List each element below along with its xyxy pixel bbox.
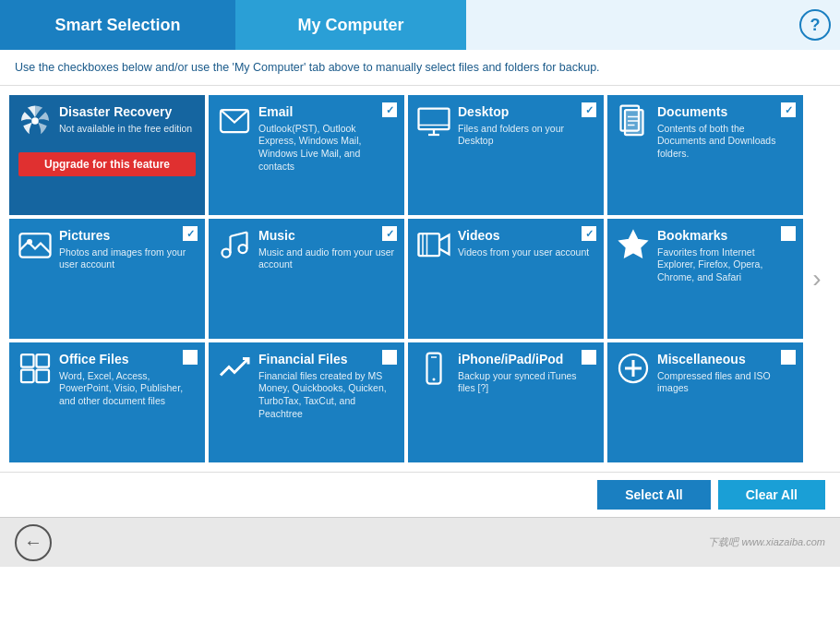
back-button[interactable]: ← — [15, 524, 52, 561]
svg-marker-22 — [619, 231, 647, 258]
footer: ← 下载吧 www.xiazaiba.com — [0, 517, 840, 567]
tile-iphone-desc: Backup your synced iTunes files [?] — [458, 370, 594, 395]
bookmarks-icon — [617, 228, 650, 284]
help-icon: ? — [799, 9, 831, 41]
watermark-text: 下载吧 www.xiazaiba.com — [708, 535, 825, 549]
pictures-icon — [18, 228, 52, 271]
tile-desktop-title: Desktop — [458, 104, 594, 120]
pictures-checkbox[interactable] — [183, 226, 198, 241]
chevron-right-icon[interactable]: › — [803, 95, 831, 462]
tile-documents-desc: Contents of both the Documents and Downl… — [657, 123, 794, 161]
tab-smart-selection[interactable]: Smart Selection — [0, 0, 235, 50]
svg-rect-18 — [419, 234, 440, 256]
tile-email-title: Email — [258, 104, 395, 120]
music-checkbox[interactable] — [382, 226, 397, 241]
tile-bookmarks-title: Bookmarks — [657, 228, 794, 244]
grid-area: Disaster Recovery Not available in the f… — [0, 86, 840, 472]
tile-disaster-title: Disaster Recovery — [59, 104, 196, 120]
tile-music[interactable]: Music Music and audio from your user acc… — [209, 219, 404, 339]
tile-documents-title: Documents — [657, 104, 794, 120]
tile-videos-title: Videos — [458, 228, 594, 244]
misc-checkbox[interactable] — [781, 350, 796, 365]
tile-disaster-recovery[interactable]: Disaster Recovery Not available in the f… — [9, 95, 205, 215]
tile-pictures-title: Pictures — [59, 228, 196, 244]
documents-checkbox[interactable] — [781, 102, 796, 117]
tile-iphone-title: iPhone/iPad/iPod — [458, 352, 594, 367]
tile-music-desc: Music and audio from your user account — [258, 246, 395, 271]
tile-bookmarks[interactable]: Bookmarks Favorites from Internet Explor… — [607, 219, 803, 339]
header: Smart Selection My Computer ? — [0, 0, 840, 50]
svg-rect-23 — [21, 354, 34, 367]
desktop-icon — [417, 104, 450, 148]
tile-misc-desc: Compressed files and ISO images — [657, 370, 794, 395]
bookmarks-checkbox[interactable] — [781, 226, 796, 241]
tile-office-desc: Word, Excel, Access, PowerPoint, Visio, … — [59, 370, 196, 408]
iphone-checkbox[interactable] — [582, 350, 596, 365]
clear-all-button[interactable]: Clear All — [718, 480, 825, 510]
tab-computer-label: My Computer — [297, 16, 403, 35]
tile-financial-files[interactable]: Financial Files Financial files created … — [209, 342, 404, 462]
videos-checkbox[interactable] — [582, 226, 596, 241]
svg-rect-26 — [37, 370, 50, 383]
tile-documents[interactable]: Documents Contents of both the Documents… — [607, 95, 803, 215]
tile-office-files[interactable]: Office Files Word, Excel, Access, PowerP… — [9, 342, 205, 462]
tile-iphone[interactable]: iPhone/iPad/iPod Backup your synced iTun… — [408, 342, 604, 462]
tile-bookmarks-desc: Favorites from Internet Explorer, Firefo… — [657, 246, 794, 284]
instructions-text: Use the checkboxes below and/or use the … — [0, 50, 840, 86]
tile-desktop[interactable]: Desktop Files and folders on your Deskto… — [408, 95, 604, 215]
desktop-checkbox[interactable] — [582, 102, 596, 117]
svg-rect-25 — [21, 370, 34, 383]
tiles-grid: Disaster Recovery Not available in the f… — [9, 95, 803, 462]
email-checkbox[interactable] — [382, 102, 397, 117]
bottom-bar: Select All Clear All — [0, 472, 840, 517]
tab-smart-label: Smart Selection — [54, 16, 180, 35]
tile-desktop-desc: Files and folders on your Desktop — [458, 123, 594, 148]
videos-icon — [417, 228, 450, 269]
upgrade-button[interactable]: Upgrade for this feature — [18, 152, 196, 176]
financial-checkbox[interactable] — [382, 350, 397, 365]
svg-point-29 — [433, 378, 436, 381]
tile-financial-title: Financial Files — [258, 352, 395, 367]
email-icon — [218, 104, 251, 173]
svg-rect-2 — [419, 109, 450, 130]
help-button[interactable]: ? — [790, 0, 840, 50]
radiation-icon — [18, 104, 52, 145]
tile-email-desc: Outlook(PST), Outlook Express, Windows M… — [258, 123, 395, 174]
tile-videos-desc: Videos from your user account — [458, 246, 594, 259]
tile-misc-title: Miscellaneous — [657, 352, 794, 367]
tile-pictures-desc: Photos and images from your user account — [59, 246, 196, 271]
iphone-icon — [417, 352, 450, 395]
office-icon — [18, 352, 52, 408]
header-spacer — [466, 0, 790, 50]
back-icon: ← — [24, 532, 42, 553]
tile-office-title: Office Files — [59, 352, 196, 367]
financial-icon — [218, 352, 251, 420]
svg-line-17 — [231, 233, 247, 237]
svg-point-14 — [239, 245, 247, 253]
music-icon — [218, 228, 251, 271]
tile-pictures[interactable]: Pictures Photos and images from your use… — [9, 219, 205, 339]
tile-videos[interactable]: Videos Videos from your user account — [408, 219, 604, 339]
misc-icon — [617, 352, 650, 395]
office-checkbox[interactable] — [183, 350, 198, 365]
tile-disaster-desc: Not available in the free edition — [59, 123, 196, 136]
tile-miscellaneous[interactable]: Miscellaneous Compressed files and ISO i… — [607, 342, 803, 462]
svg-point-13 — [222, 249, 231, 258]
svg-point-0 — [31, 117, 39, 125]
tile-music-title: Music — [258, 228, 395, 244]
documents-icon — [617, 104, 650, 161]
tile-email[interactable]: Email Outlook(PST), Outlook Express, Win… — [209, 95, 404, 215]
select-all-button[interactable]: Select All — [597, 480, 711, 510]
svg-rect-7 — [625, 110, 643, 135]
tile-financial-desc: Financial files created by MS Money, Qui… — [258, 370, 395, 421]
tab-my-computer[interactable]: My Computer — [235, 0, 466, 50]
svg-rect-24 — [37, 354, 50, 367]
